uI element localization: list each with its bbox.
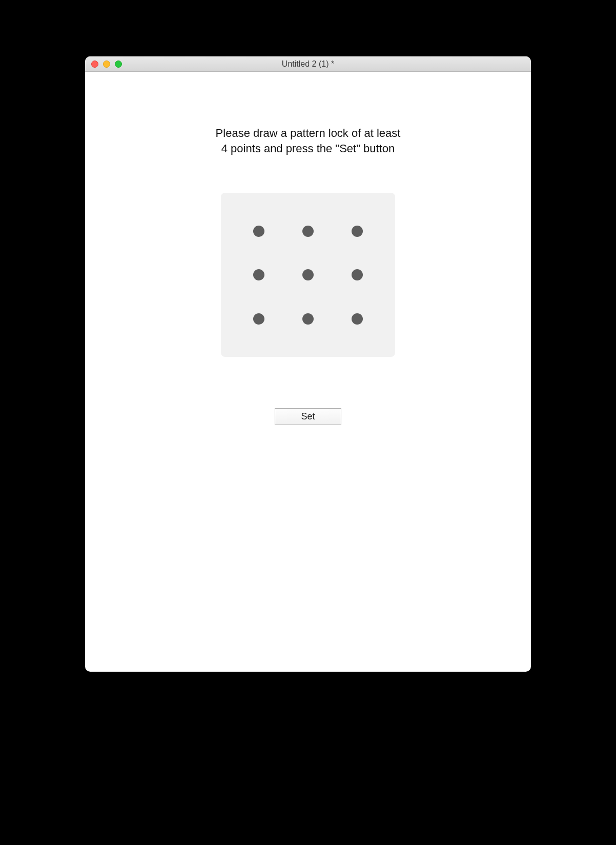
content-area: Please draw a pattern lock of at least 4… xyxy=(85,72,531,672)
set-button[interactable]: Set xyxy=(275,408,341,425)
close-icon[interactable] xyxy=(91,61,98,68)
pattern-dot-5[interactable] xyxy=(302,269,314,280)
pattern-dot-4[interactable] xyxy=(253,269,264,280)
pattern-lock-grid[interactable] xyxy=(221,193,395,357)
window-title: Untitled 2 (1) * xyxy=(85,59,531,69)
pattern-dot-9[interactable] xyxy=(352,313,363,325)
minimize-icon[interactable] xyxy=(103,61,110,68)
instruction-line-2: 4 points and press the "Set" button xyxy=(221,142,395,155)
app-window: Untitled 2 (1) * Please draw a pattern l… xyxy=(85,56,531,672)
pattern-dot-6[interactable] xyxy=(352,269,363,280)
pattern-dot-7[interactable] xyxy=(253,313,264,325)
pattern-dot-3[interactable] xyxy=(352,226,363,237)
maximize-icon[interactable] xyxy=(115,61,122,68)
traffic-lights xyxy=(85,61,122,68)
pattern-dot-8[interactable] xyxy=(302,313,314,325)
instruction-line-1: Please draw a pattern lock of at least xyxy=(216,127,401,139)
pattern-dot-1[interactable] xyxy=(253,226,264,237)
pattern-dot-2[interactable] xyxy=(302,226,314,237)
instruction-text: Please draw a pattern lock of at least 4… xyxy=(216,126,401,156)
button-row: Set xyxy=(275,408,341,425)
titlebar[interactable]: Untitled 2 (1) * xyxy=(85,56,531,72)
